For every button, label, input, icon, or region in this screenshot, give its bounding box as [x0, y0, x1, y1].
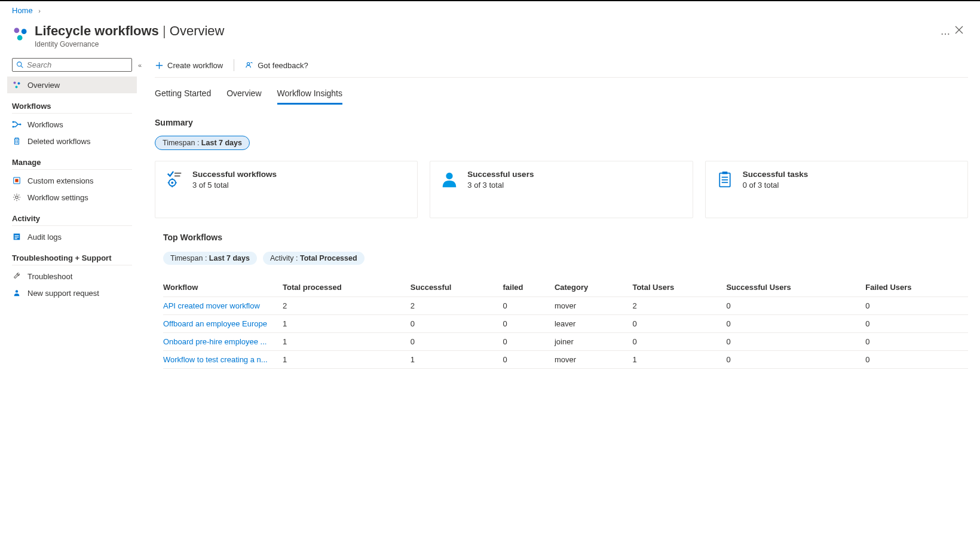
topwf-activity-pill[interactable]: Activity : Total Processed: [263, 252, 365, 265]
svg-point-1: [22, 29, 27, 34]
cell-total_processed: 2: [283, 297, 411, 315]
sidebar-item-workflows[interactable]: Workflows: [7, 116, 137, 133]
breadcrumb-home-link[interactable]: Home: [12, 6, 33, 15]
sidebar-item-overview[interactable]: Overview: [7, 77, 137, 93]
col-successful[interactable]: Successful: [411, 278, 503, 297]
wrench-icon: [12, 271, 22, 281]
svg-rect-26: [722, 172, 727, 174]
overview-icon: [12, 80, 22, 90]
svg-point-2: [17, 35, 23, 41]
svg-rect-15: [15, 235, 19, 236]
timespan-filter-pill[interactable]: Timespan : Last 7 days: [155, 136, 250, 150]
toolbar-separator: [234, 59, 234, 71]
card-title: Successful workflows: [192, 170, 277, 179]
table-row: Onboard pre-hire employee ...100joiner00…: [163, 333, 968, 351]
cell-total_users: 0: [632, 315, 726, 333]
workflow-link[interactable]: Workflow to test creating a n...: [163, 351, 283, 369]
trash-icon: [12, 136, 22, 146]
card-subtitle: 3 of 5 total: [192, 181, 277, 190]
cell-successful: 1: [411, 351, 503, 369]
card-successful-tasks: Successful tasks 0 of 3 total: [705, 161, 968, 218]
sidebar-item-workflow-settings[interactable]: Workflow settings: [7, 189, 137, 206]
col-total-processed[interactable]: Total processed: [283, 278, 411, 297]
top-workflows-table: Workflow Total processed Successful fail…: [163, 278, 968, 369]
workflow-link[interactable]: Onboard pre-hire employee ...: [163, 333, 283, 351]
workflow-link[interactable]: API created mover workflow: [163, 297, 283, 315]
sidebar-section-troubleshooting: Troubleshooting + Support: [12, 253, 132, 265]
svg-rect-21: [174, 175, 180, 176]
col-workflow[interactable]: Workflow: [163, 278, 283, 297]
close-button[interactable]: [950, 23, 968, 39]
page-subtitle: Identity Governance: [35, 40, 933, 48]
search-input-wrapper[interactable]: [12, 58, 132, 72]
top-workflows-title: Top Workflows: [163, 233, 968, 242]
workflows-icon: [12, 120, 22, 129]
summary-title: Summary: [155, 118, 968, 127]
svg-point-9: [13, 126, 14, 128]
card-title: Successful users: [467, 170, 534, 179]
extensions-icon: [12, 176, 22, 185]
card-subtitle: 0 of 3 total: [743, 181, 808, 190]
svg-rect-17: [15, 239, 17, 239]
search-input[interactable]: [27, 60, 128, 69]
card-title: Successful tasks: [743, 170, 808, 179]
svg-rect-20: [174, 173, 181, 174]
cell-failed_users: 0: [865, 297, 968, 315]
cell-total_users: 1: [632, 351, 726, 369]
workflow-link[interactable]: Offboard an employee Europe: [163, 315, 283, 333]
svg-line-4: [21, 66, 23, 68]
create-workflow-button[interactable]: Create workflow: [155, 61, 223, 70]
sidebar-item-troubleshoot[interactable]: Troubleshoot: [7, 268, 137, 285]
sidebar-section-workflows: Workflows: [12, 102, 132, 114]
cell-total_users: 0: [632, 333, 726, 351]
user-icon: [440, 170, 459, 189]
sidebar-item-custom-extensions[interactable]: Custom extensions: [7, 172, 137, 189]
card-successful-users: Successful users 3 of 3 total: [430, 161, 693, 218]
sidebar-item-label: Workflow settings: [27, 193, 88, 202]
breadcrumb: Home ›: [0, 1, 980, 20]
svg-rect-12: [15, 179, 18, 182]
svg-point-19: [247, 62, 250, 65]
sidebar-item-audit-logs[interactable]: Audit logs: [7, 228, 137, 245]
col-failed-users[interactable]: Failed Users: [865, 278, 968, 297]
cell-failed: 0: [503, 333, 554, 351]
cell-total_processed: 1: [283, 351, 411, 369]
cell-successful_users: 0: [726, 333, 865, 351]
lifecycle-workflows-icon: [12, 26, 29, 42]
page-title: Lifecycle workflows | Overview: [35, 23, 933, 39]
col-total-users[interactable]: Total Users: [632, 278, 726, 297]
svg-point-7: [16, 86, 18, 88]
more-actions-button[interactable]: ⋯: [941, 28, 950, 39]
sidebar-item-label: Audit logs: [27, 233, 62, 242]
topwf-timespan-pill[interactable]: Timespan : Last 7 days: [163, 252, 257, 265]
sidebar-item-label: Overview: [27, 81, 60, 90]
cell-category: leaver: [555, 315, 632, 333]
tab-overview[interactable]: Overview: [226, 86, 261, 105]
svg-point-3: [17, 62, 22, 66]
tab-workflow-insights[interactable]: Workflow Insights: [277, 86, 342, 105]
col-failed[interactable]: failed: [503, 278, 554, 297]
feedback-button[interactable]: Got feedback?: [245, 61, 308, 70]
feedback-icon: [245, 61, 254, 70]
cell-failed: 0: [503, 297, 554, 315]
sidebar-item-label: Deleted workflows: [27, 137, 91, 146]
svg-rect-28: [721, 179, 728, 181]
cell-category: joiner: [555, 333, 632, 351]
card-successful-workflows: Successful workflows 3 of 5 total: [155, 161, 418, 218]
svg-rect-27: [721, 177, 728, 178]
tab-getting-started[interactable]: Getting Started: [155, 86, 211, 105]
cell-total_processed: 1: [283, 315, 411, 333]
svg-point-6: [18, 82, 20, 85]
cell-successful_users: 0: [726, 351, 865, 369]
cell-category: mover: [555, 351, 632, 369]
sidebar-item-new-support-request[interactable]: New support request: [7, 285, 137, 301]
chevron-right-icon: ›: [38, 7, 41, 14]
cell-category: mover: [555, 297, 632, 315]
col-category[interactable]: Category: [555, 278, 632, 297]
card-subtitle: 3 of 3 total: [467, 181, 534, 190]
sidebar-item-deleted-workflows[interactable]: Deleted workflows: [7, 133, 137, 149]
col-successful-users[interactable]: Successful Users: [726, 278, 865, 297]
plus-icon: [155, 61, 164, 70]
table-row: API created mover workflow220mover200: [163, 297, 968, 315]
audit-icon: [12, 232, 22, 242]
